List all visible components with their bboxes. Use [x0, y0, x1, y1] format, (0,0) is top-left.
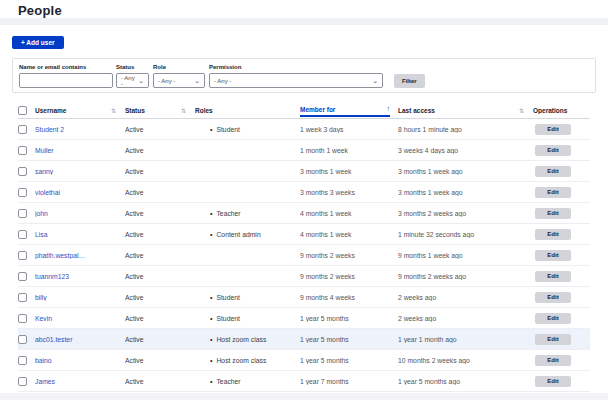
table-body: Student 2 Active • Student 1 week 3 days… — [18, 119, 590, 392]
last-access-cell: 3 months 2 weeks ago — [398, 210, 533, 217]
role-filter-select[interactable]: - Any - ⌄ — [153, 73, 205, 88]
last-access-cell: 9 months 2 weeks ago — [398, 273, 533, 280]
last-access-cell: 1 minute 32 seconds ago — [398, 231, 533, 238]
row-checkbox[interactable] — [18, 125, 27, 134]
username-link[interactable]: sanny — [35, 168, 53, 175]
header-divider — [0, 18, 608, 25]
status-cell: Active — [125, 378, 195, 385]
row-checkbox[interactable] — [18, 251, 27, 260]
last-access-cell: 1 year 5 months ago — [398, 378, 533, 385]
sort-icon: ⇅ — [111, 107, 116, 114]
username-link[interactable]: phatlh.westpal… — [35, 252, 85, 259]
username-link[interactable]: baino — [35, 357, 52, 364]
role-bullet: • — [210, 294, 212, 301]
edit-button[interactable]: Edit — [535, 187, 571, 198]
status-cell: Active — [125, 273, 195, 280]
edit-button[interactable]: Edit — [535, 145, 571, 156]
edit-button[interactable]: Edit — [535, 271, 571, 282]
add-user-button[interactable]: + Add user — [12, 36, 64, 49]
edit-button[interactable]: Edit — [535, 166, 571, 177]
role-bullet: • — [210, 210, 212, 217]
role-bullet: • — [210, 315, 212, 322]
row-checkbox[interactable] — [18, 146, 27, 155]
status-filter-select[interactable]: - Any - ⌄ — [116, 73, 149, 88]
status-cell: Active — [125, 231, 195, 238]
username-link[interactable]: billy — [35, 294, 47, 301]
edit-button[interactable]: Edit — [535, 355, 571, 366]
role-bullet: • — [210, 357, 212, 364]
role-bullet: • — [210, 231, 212, 238]
status-cell: Active — [125, 147, 195, 154]
username-link[interactable]: James — [35, 378, 55, 385]
member-for-cell: 1 year 5 months — [300, 315, 398, 322]
username-link[interactable]: violethai — [35, 189, 60, 196]
edit-button[interactable]: Edit — [535, 292, 571, 303]
last-access-cell: 2 weeks ago — [398, 294, 533, 301]
column-header-last-access[interactable]: Last access ⇅ — [398, 107, 533, 114]
last-access-cell: 2 weeks ago — [398, 315, 533, 322]
role-filter-label: Role — [153, 64, 166, 70]
last-access-cell: 9 months 1 week ago — [398, 252, 533, 259]
username-link[interactable]: Lisa — [35, 231, 47, 238]
permission-filter-label: Permission — [209, 64, 241, 70]
edit-button[interactable]: Edit — [535, 376, 571, 387]
roles-cell: • Host zoom class — [195, 357, 300, 364]
people-admin-page: People + Add user Name or email contains… — [0, 0, 608, 400]
name-filter-input[interactable] — [19, 73, 113, 88]
member-for-cell: 4 months 1 week — [300, 231, 398, 238]
column-header-status[interactable]: Status ⇅ — [125, 107, 195, 114]
table-row: john Active • Teacher 4 months 1 week 3 … — [18, 203, 590, 224]
title-bar: People — [0, 0, 608, 18]
table-row: phatlh.westpal… Active • 9 months 2 week… — [18, 245, 590, 266]
column-header-username[interactable]: Username ⇅ — [35, 107, 125, 114]
edit-button[interactable]: Edit — [535, 313, 571, 324]
row-checkbox[interactable] — [18, 314, 27, 323]
column-header-member-for[interactable]: Member for ↑ — [300, 103, 398, 117]
permission-filter-value: - Any - — [214, 78, 231, 84]
username-link[interactable]: Muller — [35, 147, 54, 154]
table-row: Lisa Active • Content admin 4 months 1 w… — [18, 224, 590, 245]
select-all-checkbox[interactable] — [18, 106, 27, 115]
filter-button[interactable]: Filter — [394, 74, 425, 88]
column-header-operations: Operations — [533, 107, 590, 114]
table-row: Student 2 Active • Student 1 week 3 days… — [18, 119, 590, 140]
username-link[interactable]: Student 2 — [35, 126, 64, 133]
member-for-cell: 1 month 1 week — [300, 147, 398, 154]
row-checkbox[interactable] — [18, 377, 27, 386]
row-checkbox[interactable] — [18, 209, 27, 218]
username-link[interactable]: tuannm123 — [35, 273, 69, 280]
roles-cell: • Student — [195, 126, 300, 133]
edit-button[interactable]: Edit — [535, 208, 571, 219]
row-checkbox[interactable] — [18, 356, 27, 365]
permission-filter-select[interactable]: - Any - ⌄ — [209, 73, 383, 88]
table-row: tuannm123 Active • 9 months 2 weeks 9 mo… — [18, 266, 590, 287]
chevron-down-icon: ⌄ — [372, 78, 378, 83]
edit-button[interactable]: Edit — [535, 124, 571, 135]
roles-cell: • Teacher — [195, 210, 300, 217]
row-checkbox[interactable] — [18, 272, 27, 281]
status-filter-value: - Any - — [121, 75, 135, 87]
roles-cell: • Teacher — [195, 378, 300, 385]
edit-button[interactable]: Edit — [535, 229, 571, 240]
table-row: Muller Active • 1 month 1 week 3 weeks 4… — [18, 140, 590, 161]
edit-button[interactable]: Edit — [535, 334, 571, 345]
last-access-cell: 8 hours 1 minute ago — [398, 126, 533, 133]
table-row: James Active • Teacher 1 year 7 months 1… — [18, 371, 590, 392]
row-checkbox[interactable] — [18, 167, 27, 176]
row-checkbox[interactable] — [18, 335, 27, 344]
table-row: abc01.tester Active • Host zoom class 1 … — [18, 329, 590, 350]
username-link[interactable]: abc01.tester — [35, 336, 72, 343]
last-access-cell: 1 year 1 month ago — [398, 336, 533, 343]
page-bottom-background — [0, 393, 608, 400]
username-link[interactable]: john — [35, 210, 48, 217]
table-row: Kevin Active • Student 1 year 5 months 2… — [18, 308, 590, 329]
sort-icon: ⇅ — [519, 107, 524, 114]
username-link[interactable]: Kevin — [35, 315, 52, 322]
member-for-cell: 1 year 5 months — [300, 336, 398, 343]
table-row: billy Active • Student 9 months 4 weeks … — [18, 287, 590, 308]
row-checkbox[interactable] — [18, 293, 27, 302]
status-cell: Active — [125, 126, 195, 133]
row-checkbox[interactable] — [18, 230, 27, 239]
row-checkbox[interactable] — [18, 188, 27, 197]
edit-button[interactable]: Edit — [535, 250, 571, 261]
